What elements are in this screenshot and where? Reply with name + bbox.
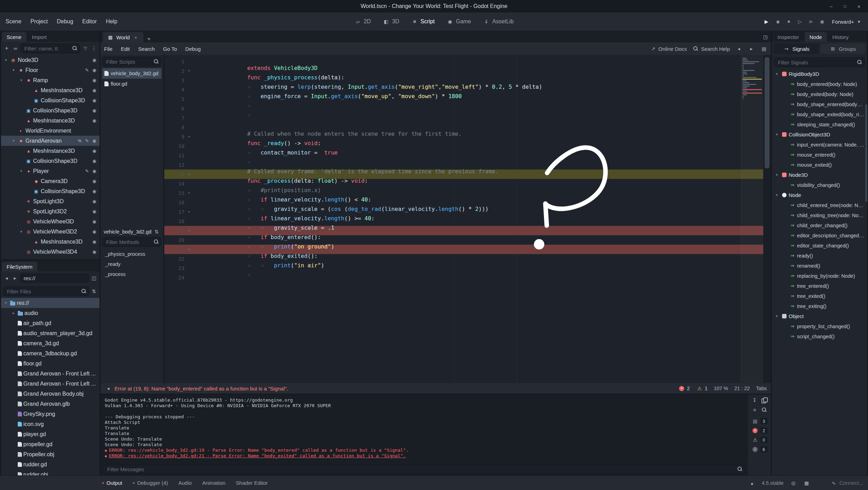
fold-caret-icon[interactable]	[184, 228, 194, 233]
file-tree-row[interactable]: Grand Aerovan - Front Left ...	[1, 369, 100, 379]
caret-icon[interactable]	[3, 301, 9, 305]
output-tool-icon[interactable]	[761, 406, 768, 413]
signal-row[interactable]: body_exited(body: Node)	[772, 89, 867, 99]
signal-row[interactable]: replacing_by(node: Node)	[772, 271, 867, 281]
prev-error-icon[interactable]	[105, 385, 112, 392]
signal-row[interactable]: renamed()	[772, 261, 867, 271]
scene-tree-row[interactable]: CollisionShape3D	[1, 186, 100, 196]
editor-scrollbar[interactable]	[763, 55, 771, 383]
fold-caret-icon[interactable]	[184, 210, 194, 214]
script-menu-item[interactable]: Search	[138, 46, 155, 52]
online-docs-button[interactable]: Online Docs	[650, 45, 687, 52]
playback-icon[interactable]	[774, 18, 781, 25]
file-tree-row[interactable]: res://	[1, 298, 100, 308]
caret-icon[interactable]	[11, 311, 16, 315]
signal-row[interactable]: input_event(camera: Node, e...	[772, 140, 867, 150]
distraction-free-icon[interactable]	[762, 33, 769, 40]
indent-mode[interactable]: Tabs	[756, 386, 767, 391]
scene-tree-row[interactable]: VehicleWheel3D2	[1, 227, 100, 237]
add-node-icon[interactable]	[3, 45, 10, 52]
signal-row[interactable]: RigidBody3D	[772, 69, 867, 79]
scrollbar-thumb[interactable]	[765, 57, 770, 168]
caret-icon[interactable]	[11, 139, 16, 143]
row-button-icon[interactable]	[91, 208, 97, 215]
signal-row[interactable]: property_list_changed()	[772, 321, 867, 331]
instantiate-scene-icon[interactable]	[12, 45, 19, 52]
output-filter-toggle[interactable]: 3	[752, 418, 767, 425]
context-button[interactable]: 2D	[354, 18, 371, 25]
row-button-icon[interactable]	[91, 239, 97, 245]
row-button-icon[interactable]	[91, 77, 97, 84]
menu-item[interactable]: Project	[30, 18, 48, 25]
panel-layout-icon[interactable]	[803, 480, 810, 487]
caret-icon[interactable]	[11, 68, 16, 72]
warning-count-badge[interactable]: 1	[696, 385, 708, 392]
filter-signals-input[interactable]	[774, 57, 865, 67]
path-breadcrumb[interactable]: res://	[20, 274, 89, 283]
signal-row[interactable]: mouse_entered()	[772, 150, 867, 160]
context-button[interactable]: 3D	[383, 18, 399, 25]
signal-row[interactable]: script_changed()	[772, 331, 867, 341]
row-button-icon[interactable]	[77, 138, 83, 144]
filter-type-icon[interactable]	[82, 45, 89, 52]
row-button-icon[interactable]	[91, 219, 97, 225]
signal-row[interactable]: body_entered(body: Node)	[772, 79, 867, 89]
signal-row[interactable]: sleeping_state_changed()	[772, 119, 867, 129]
dock-tab[interactable]: Inspector	[773, 32, 804, 42]
file-tree-row[interactable]: GreySky.png	[1, 409, 100, 419]
file-tree-row[interactable]: propeller.gd	[1, 439, 100, 449]
scene-tree-row[interactable]: Player	[1, 166, 100, 176]
scene-tree-row[interactable]: SpotLight3D2	[1, 206, 100, 216]
fold-caret-icon[interactable]	[184, 134, 194, 139]
node-subtab[interactable]: Groups	[820, 44, 866, 54]
file-tree-row[interactable]: Grand Aerovan.glb	[1, 399, 100, 409]
signal-row[interactable]: tree_exiting()	[772, 301, 867, 311]
file-tree-row[interactable]: Grand Aerovan - Front Left ...	[1, 379, 100, 389]
window-button-icon[interactable]	[855, 3, 862, 10]
file-tree-row[interactable]: Grand Aerovan Body.obj	[1, 389, 100, 399]
window-button-icon[interactable]	[828, 3, 835, 10]
scene-tree-row[interactable]: WorldEnvironment	[1, 126, 100, 136]
scene-menu-icon[interactable]	[90, 45, 97, 52]
filter-messages-input[interactable]	[103, 464, 745, 474]
file-tree-row[interactable]: air_path.gd	[1, 318, 100, 328]
output-filter-toggle[interactable]: 6	[752, 446, 767, 453]
file-tree-row[interactable]: Propeller.obj	[1, 449, 100, 459]
file-tree-row[interactable]: audio	[1, 308, 100, 318]
row-button-icon[interactable]	[91, 178, 97, 184]
dock-tab[interactable]: FileSystem	[2, 262, 37, 271]
output-tool-icon[interactable]	[751, 406, 758, 413]
script-menu-item[interactable]: File	[104, 46, 112, 52]
method-item[interactable]: _physics_process	[102, 249, 161, 259]
sort-files-icon[interactable]	[90, 288, 97, 295]
renderer-select[interactable]: Forward+	[832, 18, 862, 25]
pin-panel-icon[interactable]	[790, 480, 797, 487]
scene-tree-row[interactable]: MeshInstance3D	[1, 146, 100, 156]
row-button-icon[interactable]	[91, 249, 97, 255]
playback-icon[interactable]	[796, 18, 803, 25]
caret-icon[interactable]	[18, 169, 24, 173]
menu-item[interactable]: Editor	[82, 18, 97, 25]
scene-tree-row[interactable]: Ramp	[1, 75, 100, 85]
scene-tree-row[interactable]: Node3D	[1, 55, 100, 65]
playback-icon[interactable]	[763, 18, 770, 25]
row-button-icon[interactable]	[91, 158, 97, 164]
signal-row[interactable]: child_order_changed()	[772, 220, 867, 230]
status-error-text[interactable]: Error at (19, 8): Name "body_entered" ca…	[115, 386, 288, 392]
signal-row[interactable]: editor_state_changed()	[772, 240, 867, 251]
scene-tab-world[interactable]: World	[103, 32, 143, 42]
error-count-badge[interactable]: 2	[678, 385, 690, 392]
dock-tab[interactable]: Node	[805, 32, 827, 42]
dock-tab[interactable]: History	[828, 32, 854, 42]
script-menu-item[interactable]: Go To	[163, 46, 177, 52]
menu-item[interactable]: Help	[106, 18, 117, 25]
playback-icon[interactable]	[819, 18, 826, 25]
caret-icon[interactable]	[774, 132, 780, 137]
scene-tree-row[interactable]: MeshInstance3D	[1, 237, 100, 247]
file-tree-row[interactable]: camera_3dbackup.gd	[1, 348, 100, 358]
row-button-icon[interactable]	[84, 168, 90, 174]
row-button-icon[interactable]	[91, 198, 97, 205]
playback-icon[interactable]	[785, 18, 792, 25]
scene-tree-row[interactable]: SpotLight3D	[1, 196, 100, 206]
dock-tab[interactable]: Import	[27, 32, 52, 42]
